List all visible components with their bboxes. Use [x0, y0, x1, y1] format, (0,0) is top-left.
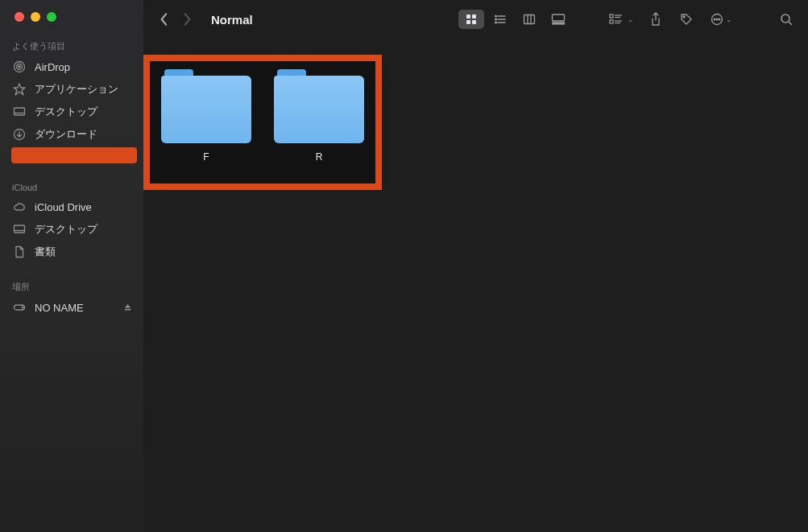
svg-rect-13	[466, 20, 470, 24]
sidebar-item-documents[interactable]: 書類	[0, 241, 143, 263]
svg-line-41	[789, 22, 792, 25]
svg-point-37	[714, 19, 715, 20]
sidebar-item-label: AirDrop	[35, 61, 70, 73]
svg-rect-21	[524, 15, 535, 24]
svg-point-18	[495, 15, 497, 17]
toolbar: Normal	[143, 0, 808, 39]
chevron-down-icon: ⌄	[726, 15, 732, 23]
actions-button[interactable]: ⌄	[705, 10, 737, 29]
window-title: Normal	[205, 13, 253, 27]
folder-item-r[interactable]: R	[274, 69, 364, 184]
sidebar-section-icloud: iCloud	[0, 165, 143, 196]
svg-point-19	[495, 19, 497, 20]
folder-label: R	[316, 151, 323, 163]
cloud-icon	[12, 200, 27, 214]
sidebar-item-label: 書類	[35, 245, 56, 259]
sidebar-item-label: デスクトップ	[35, 105, 97, 119]
sidebar-item-label: アプリケーション	[35, 82, 118, 97]
svg-rect-24	[553, 14, 565, 21]
sidebar-item-applications[interactable]: アプリケーション	[0, 78, 143, 101]
tags-button[interactable]	[674, 10, 698, 29]
folder-icon	[161, 69, 251, 143]
back-button[interactable]	[160, 12, 169, 27]
sidebar-item-label: NO NAME	[35, 302, 84, 314]
sidebar-item-label: デスクトップ	[35, 222, 97, 237]
sidebar-section-favorites: よく使う項目	[0, 23, 143, 56]
svg-rect-27	[559, 23, 561, 24]
view-switcher	[457, 8, 573, 31]
sidebar-item-label: ダウンロード	[35, 127, 97, 142]
svg-point-38	[716, 19, 718, 20]
svg-rect-29	[610, 14, 613, 18]
download-icon	[12, 127, 27, 142]
svg-rect-12	[472, 14, 476, 19]
zoom-window-button[interactable]	[47, 12, 56, 22]
annotation-highlight: F R	[143, 55, 382, 190]
content-area[interactable]: F R	[143, 39, 808, 532]
svg-rect-26	[556, 23, 558, 24]
group-button[interactable]: ⌄	[605, 10, 637, 29]
applications-icon	[12, 82, 27, 97]
sidebar-section-locations: 場所	[0, 263, 143, 296]
window-controls	[0, 11, 143, 23]
sidebar-item-icloud-drive[interactable]: iCloud Drive	[0, 196, 143, 218]
eject-icon[interactable]	[123, 303, 132, 312]
view-gallery-button[interactable]	[545, 10, 571, 29]
view-list-button[interactable]	[487, 10, 513, 29]
svg-rect-11	[466, 14, 470, 19]
svg-rect-14	[472, 20, 476, 24]
sidebar-item-airdrop[interactable]: AirDrop	[0, 56, 143, 78]
close-window-button[interactable]	[15, 12, 24, 22]
airdrop-icon	[12, 60, 27, 74]
desktop-icon	[12, 222, 27, 237]
sidebar-item-icloud-desktop[interactable]: デスクトップ	[0, 218, 143, 241]
document-icon	[12, 245, 27, 259]
sidebar-item-selected[interactable]	[11, 147, 137, 163]
svg-point-35	[683, 16, 685, 18]
chevron-down-icon: ⌄	[628, 15, 634, 23]
svg-point-20	[495, 22, 497, 23]
svg-rect-25	[553, 23, 555, 24]
view-icons-button[interactable]	[458, 10, 484, 29]
svg-rect-6	[15, 225, 25, 233]
sidebar-item-desktop[interactable]: デスクトップ	[0, 101, 143, 123]
main-pane: Normal	[143, 0, 808, 532]
forward-button[interactable]	[182, 12, 192, 27]
view-columns-button[interactable]	[516, 10, 542, 29]
svg-rect-3	[15, 108, 25, 115]
folder-item-f[interactable]: F	[161, 69, 251, 184]
minimize-window-button[interactable]	[31, 12, 40, 22]
svg-rect-10	[125, 308, 131, 310]
svg-rect-28	[562, 23, 565, 24]
disk-icon	[12, 300, 27, 315]
sidebar-item-label: iCloud Drive	[35, 201, 92, 213]
folder-label: F	[203, 151, 209, 163]
share-button[interactable]	[644, 10, 668, 29]
svg-point-9	[22, 307, 23, 308]
svg-point-39	[719, 19, 720, 20]
sidebar: よく使う項目 AirDrop アプリケーション デスクトップ	[0, 0, 143, 532]
svg-point-2	[19, 66, 20, 68]
sidebar-item-downloads[interactable]: ダウンロード	[0, 123, 143, 146]
desktop-icon	[12, 105, 27, 119]
folder-icon	[274, 69, 364, 143]
search-button[interactable]	[774, 10, 798, 29]
svg-rect-30	[610, 20, 613, 23]
sidebar-item-noname[interactable]: NO NAME	[0, 296, 143, 319]
